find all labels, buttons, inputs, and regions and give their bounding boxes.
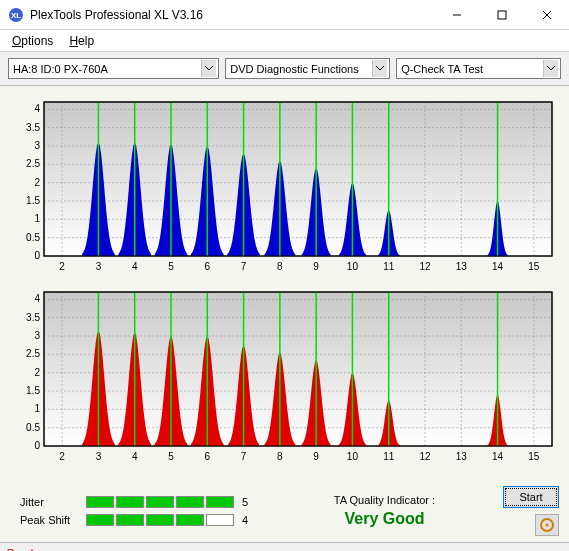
metrics: Jitter 5 Peak Shift 4 — [20, 496, 256, 526]
svg-text:1: 1 — [34, 213, 40, 224]
svg-text:2: 2 — [34, 367, 40, 378]
indicator-bar — [206, 496, 234, 508]
quality-value: Very Good — [344, 510, 424, 528]
chevron-down-icon — [372, 60, 387, 77]
metric-peak-shift: Peak Shift 4 — [20, 514, 256, 526]
indicator-bar — [146, 514, 174, 526]
window-title: PlexTools Professional XL V3.16 — [30, 8, 434, 22]
chart-top: 00.511.522.533.5423456789101112131415 — [10, 96, 559, 276]
jitter-bars — [86, 496, 234, 508]
svg-text:2.5: 2.5 — [26, 348, 40, 359]
status-text: Ready — [6, 547, 38, 552]
indicator-bar — [116, 496, 144, 508]
svg-text:3: 3 — [96, 451, 102, 462]
indicator-bar — [176, 514, 204, 526]
svg-text:11: 11 — [383, 261, 395, 272]
svg-text:8: 8 — [277, 451, 283, 462]
start-button[interactable]: Start — [503, 486, 559, 508]
test-selector-value: Q-Check TA Test — [401, 63, 483, 75]
svg-text:1.5: 1.5 — [26, 195, 40, 206]
toolbar-selectors: HA:8 ID:0 PX-760A DVD Diagnostic Functio… — [0, 52, 569, 86]
svg-text:8: 8 — [277, 261, 283, 272]
svg-text:XL: XL — [11, 11, 21, 20]
svg-text:3.5: 3.5 — [26, 312, 40, 323]
svg-text:14: 14 — [492, 451, 504, 462]
svg-text:0: 0 — [34, 250, 40, 261]
svg-text:12: 12 — [419, 261, 431, 272]
svg-text:4: 4 — [34, 293, 40, 304]
svg-text:0: 0 — [34, 440, 40, 451]
svg-text:1: 1 — [34, 403, 40, 414]
svg-point-123 — [546, 524, 549, 527]
svg-text:15: 15 — [528, 451, 540, 462]
svg-text:2.5: 2.5 — [26, 158, 40, 169]
svg-text:7: 7 — [241, 451, 247, 462]
device-selector-value: HA:8 ID:0 PX-760A — [13, 63, 108, 75]
svg-rect-64 — [44, 292, 552, 446]
minimize-button[interactable] — [434, 0, 479, 29]
svg-text:0.5: 0.5 — [26, 422, 40, 433]
svg-rect-6 — [44, 102, 552, 256]
svg-text:6: 6 — [205, 261, 211, 272]
indicator-bar — [206, 514, 234, 526]
svg-text:9: 9 — [313, 261, 319, 272]
save-disc-button[interactable] — [535, 514, 559, 536]
svg-text:7: 7 — [241, 261, 247, 272]
svg-text:11: 11 — [383, 451, 395, 462]
svg-text:6: 6 — [205, 451, 211, 462]
test-selector[interactable]: Q-Check TA Test — [396, 58, 561, 79]
svg-text:9: 9 — [313, 451, 319, 462]
svg-text:10: 10 — [347, 261, 359, 272]
metric-jitter: Jitter 5 — [20, 496, 256, 508]
svg-text:12: 12 — [419, 451, 431, 462]
svg-text:0.5: 0.5 — [26, 232, 40, 243]
svg-text:15: 15 — [528, 261, 540, 272]
peak-shift-value: 4 — [242, 514, 256, 526]
function-selector[interactable]: DVD Diagnostic Functions — [225, 58, 390, 79]
menu-help[interactable]: Help — [61, 32, 102, 50]
indicator-bar — [86, 514, 114, 526]
chart-area: 00.511.522.533.5423456789101112131415 00… — [0, 86, 569, 480]
peak-shift-label: Peak Shift — [20, 514, 78, 526]
svg-text:3.5: 3.5 — [26, 122, 40, 133]
svg-text:3: 3 — [96, 261, 102, 272]
titlebar: XL PlexTools Professional XL V3.16 — [0, 0, 569, 30]
quality-label: TA Quality Indicator : — [334, 494, 435, 506]
svg-text:13: 13 — [456, 261, 468, 272]
app-icon: XL — [8, 7, 24, 23]
svg-text:2: 2 — [34, 177, 40, 188]
indicator-bar — [116, 514, 144, 526]
svg-text:1.5: 1.5 — [26, 385, 40, 396]
menubar: Options Help — [0, 30, 569, 52]
quality-indicator: TA Quality Indicator : Very Good — [296, 494, 473, 528]
window-controls — [434, 0, 569, 29]
maximize-button[interactable] — [479, 0, 524, 29]
function-selector-value: DVD Diagnostic Functions — [230, 63, 358, 75]
svg-rect-3 — [498, 11, 506, 19]
chevron-down-icon — [543, 60, 558, 77]
svg-text:2: 2 — [59, 261, 65, 272]
statusbar: Ready — [0, 542, 569, 551]
svg-text:3: 3 — [34, 140, 40, 151]
action-buttons: Start — [503, 486, 559, 536]
jitter-label: Jitter — [20, 496, 78, 508]
svg-text:3: 3 — [34, 330, 40, 341]
svg-text:4: 4 — [132, 261, 138, 272]
indicator-bar — [146, 496, 174, 508]
svg-text:4: 4 — [132, 451, 138, 462]
svg-text:5: 5 — [168, 451, 174, 462]
chevron-down-icon — [201, 60, 216, 77]
svg-text:5: 5 — [168, 261, 174, 272]
indicator-bar — [176, 496, 204, 508]
chart-bottom: 00.511.522.533.5423456789101112131415 — [10, 286, 559, 466]
svg-text:13: 13 — [456, 451, 468, 462]
indicator-bar — [86, 496, 114, 508]
peak-shift-bars — [86, 514, 234, 526]
menu-options[interactable]: Options — [4, 32, 61, 50]
close-button[interactable] — [524, 0, 569, 29]
svg-text:14: 14 — [492, 261, 504, 272]
jitter-value: 5 — [242, 496, 256, 508]
bottom-panel: Jitter 5 Peak Shift 4 TA Quality Indicat… — [0, 480, 569, 542]
svg-text:10: 10 — [347, 451, 359, 462]
device-selector[interactable]: HA:8 ID:0 PX-760A — [8, 58, 219, 79]
